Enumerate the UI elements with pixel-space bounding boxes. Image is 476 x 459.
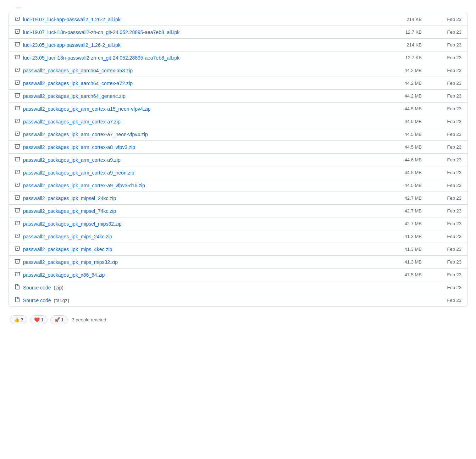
asset-date: Feb 23 <box>433 259 461 265</box>
asset-link[interactable]: passwall2_packages_ipk_mips_mips32.zip <box>23 259 118 265</box>
asset-name-cell: passwall2_packages_ipk_mips_mips32.zip <box>15 259 391 265</box>
asset-name-cell: passwall2_packages_ipk_x86_64.zip <box>15 271 391 278</box>
archive-icon <box>15 54 20 61</box>
asset-date: Feb 23 <box>433 183 461 188</box>
asset-date: Feb 23 <box>433 221 461 226</box>
asset-date: Feb 23 <box>433 106 461 111</box>
asset-name-cell: luci-19.07_luci-i18n-passwall2-zh-cn_git… <box>15 29 391 35</box>
asset-date: Feb 23 <box>433 234 461 239</box>
archive-icon <box>15 156 20 163</box>
archive-icon <box>15 182 20 189</box>
archive-icon <box>15 16 20 23</box>
asset-name-cell: luci-19.07_luci-app-passwall2_1.26-2_all… <box>15 16 391 23</box>
asset-link[interactable]: Source code <box>23 298 51 303</box>
asset-link[interactable]: passwall2_packages_ipk_arm_cortex-a15_ne… <box>23 106 151 112</box>
archive-icon <box>15 271 20 278</box>
asset-date: Feb 23 <box>433 29 461 35</box>
asset-size: 41.3 MB <box>391 259 433 265</box>
asset-name-cell: passwall2_packages_ipk_mipsel_mips32.zip <box>15 220 391 227</box>
asset-link[interactable]: passwall2_packages_ipk_arm_cortex-a7.zip <box>23 119 121 125</box>
asset-name-cell: passwall2_packages_ipk_arm_cortex-a7.zip <box>15 118 391 125</box>
asset-size: 42.7 MB <box>391 208 433 214</box>
asset-size: 44.5 MB <box>391 119 433 124</box>
asset-link[interactable]: passwall2_packages_ipk_mipsel_74kc.zip <box>23 208 116 214</box>
archive-icon <box>15 259 20 265</box>
asset-link[interactable]: passwall2_packages_ipk_arm_cortex-a7_neo… <box>23 132 148 137</box>
asset-size: 44.5 MB <box>391 170 433 175</box>
asset-name-cell: passwall2_packages_ipk_mipsel_24kc.zip <box>15 195 391 201</box>
archive-icon <box>15 195 20 201</box>
asset-size: 44.2 MB <box>391 68 433 73</box>
archive-icon <box>15 93 20 99</box>
asset-link[interactable]: passwall2_packages_ipk_x86_64.zip <box>23 272 105 278</box>
asset-size: 44.5 MB <box>391 132 433 137</box>
assets-header <box>9 7 467 9</box>
reaction-summary: 3 people reacted <box>72 317 106 322</box>
asset-size: 44.2 MB <box>391 93 433 99</box>
asset-name-cell: passwall2_packages_ipk_arm_cortex-a15_ne… <box>15 105 391 112</box>
reaction-button[interactable]: ❤️ 1 <box>30 315 48 324</box>
asset-row: luci-23.05_luci-i18n-passwall2-zh-cn_git… <box>9 51 467 64</box>
assets-table: luci-19.07_luci-app-passwall2_1.26-2_all… <box>9 13 467 307</box>
asset-link[interactable]: passwall2_packages_ipk_aarch64_cortex-a7… <box>23 81 133 86</box>
archive-icon <box>15 233 20 240</box>
asset-row: passwall2_packages_ipk_aarch64_generic.z… <box>9 90 467 103</box>
asset-date: Feb 23 <box>433 247 461 252</box>
asset-link[interactable]: luci-23.05_luci-app-passwall2_1.26-2_all… <box>23 42 121 48</box>
asset-date: Feb 23 <box>433 285 461 290</box>
asset-link[interactable]: passwall2_packages_ipk_mipsel_24kc.zip <box>23 195 116 201</box>
archive-icon <box>15 220 20 227</box>
asset-size: 41.3 MB <box>391 247 433 252</box>
asset-date: Feb 23 <box>433 195 461 201</box>
asset-size: 44.6 MB <box>391 157 433 162</box>
archive-icon <box>15 80 20 87</box>
asset-row: passwall2_packages_ipk_mipsel_74kc.zip42… <box>9 205 467 217</box>
reaction-button[interactable]: 👍 3 <box>10 315 27 324</box>
archive-icon <box>15 208 20 214</box>
asset-link[interactable]: Source code <box>23 285 51 291</box>
archive-icon <box>15 246 20 253</box>
asset-row: passwall2_packages_ipk_x86_64.zip47.5 MB… <box>9 269 467 281</box>
asset-size: 41.3 MB <box>391 234 433 239</box>
asset-link[interactable]: luci-19.07_luci-app-passwall2_1.26-2_all… <box>23 17 121 22</box>
archive-icon <box>15 29 20 35</box>
asset-row: passwall2_packages_ipk_mipsel_24kc.zip42… <box>9 192 467 205</box>
asset-row: passwall2_packages_ipk_arm_cortex-a9_vfp… <box>9 179 467 192</box>
asset-name-cell: passwall2_packages_ipk_mips_24kc.zip <box>15 233 391 240</box>
asset-row: luci-23.05_luci-app-passwall2_1.26-2_all… <box>9 39 467 51</box>
asset-link[interactable]: passwall2_packages_ipk_mipsel_mips32.zip <box>23 221 122 227</box>
asset-name-cell: passwall2_packages_ipk_arm_cortex-a8_vfp… <box>15 144 391 150</box>
asset-date: Feb 23 <box>433 93 461 99</box>
asset-link[interactable]: passwall2_packages_ipk_aarch64_generic.z… <box>23 93 126 99</box>
asset-link[interactable]: passwall2_packages_ipk_aarch64_cortex-a5… <box>23 68 133 73</box>
asset-date: Feb 23 <box>433 81 461 86</box>
assets-container: luci-19.07_luci-app-passwall2_1.26-2_all… <box>0 0 476 334</box>
asset-name-cell: luci-23.05_luci-app-passwall2_1.26-2_all… <box>15 42 391 48</box>
asset-date: Feb 23 <box>433 132 461 137</box>
asset-size: 214 KB <box>391 42 433 48</box>
asset-date: Feb 23 <box>433 208 461 214</box>
asset-link[interactable]: passwall2_packages_ipk_arm_cortex-a8_vfp… <box>23 144 135 150</box>
reaction-button[interactable]: 🚀 1 <box>50 315 68 324</box>
asset-link[interactable]: passwall2_packages_ipk_mips_4kec.zip <box>23 247 112 252</box>
asset-link[interactable]: passwall2_packages_ipk_arm_cortex-a9_vfp… <box>23 183 145 188</box>
asset-link[interactable]: passwall2_packages_ipk_arm_cortex-a9_neo… <box>23 170 134 176</box>
asset-row: passwall2_packages_ipk_arm_cortex-a7.zip… <box>9 115 467 128</box>
asset-name-cell: passwall2_packages_ipk_arm_cortex-a9_neo… <box>15 169 391 176</box>
asset-link[interactable]: passwall2_packages_ipk_arm_cortex-a9.zip <box>23 157 121 163</box>
asset-row: passwall2_packages_ipk_aarch64_cortex-a5… <box>9 64 467 77</box>
archive-icon <box>15 118 20 125</box>
asset-link[interactable]: passwall2_packages_ipk_mips_24kc.zip <box>23 234 112 239</box>
asset-date: Feb 23 <box>433 144 461 150</box>
asset-name-cell: luci-23.05_luci-i18n-passwall2-zh-cn_git… <box>15 54 391 61</box>
archive-icon <box>15 67 20 74</box>
archive-icon <box>15 105 20 112</box>
assets-count-badge <box>16 7 21 9</box>
archive-icon <box>15 169 20 176</box>
asset-link[interactable]: luci-19.07_luci-i18n-passwall2-zh-cn_git… <box>23 29 179 35</box>
asset-name-cell: passwall2_packages_ipk_aarch64_cortex-a5… <box>15 67 391 74</box>
asset-size: 44.2 MB <box>391 81 433 86</box>
asset-link[interactable]: luci-23.05_luci-i18n-passwall2-zh-cn_git… <box>23 55 179 61</box>
asset-row: passwall2_packages_ipk_mips_24kc.zip41.3… <box>9 230 467 243</box>
asset-size: 12.7 KB <box>391 29 433 35</box>
